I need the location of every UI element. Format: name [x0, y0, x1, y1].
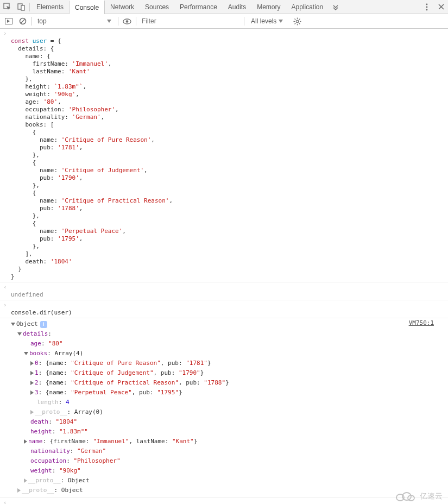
expand-toggle-icon[interactable] — [30, 381, 34, 385]
object-tree-row[interactable]: height: "1.83m"" — [11, 427, 447, 437]
object-value: "Critique of Pure Reason" — [71, 360, 161, 367]
expand-toggle-icon[interactable] — [30, 410, 34, 414]
code-string: 'Kant' — [68, 68, 90, 75]
obj-text: {firstName: — [50, 438, 93, 445]
tab-label: Audits — [228, 3, 246, 11]
info-icon[interactable]: i — [40, 321, 47, 328]
tab-elements[interactable]: Elements — [31, 0, 69, 14]
expand-toggle-icon[interactable] — [24, 478, 27, 483]
console-input-row[interactable]: ›console.dir(user) — [0, 300, 448, 318]
tab-network[interactable]: Network — [105, 0, 140, 14]
expand-toggle-icon[interactable] — [30, 371, 34, 375]
filter-input[interactable] — [138, 16, 242, 27]
expand-toggle-icon[interactable] — [11, 323, 15, 326]
code-text: name: { — [26, 53, 51, 60]
obj-text: , pub: — [154, 369, 179, 376]
context-selector[interactable]: top — [34, 16, 116, 27]
code-text: , — [101, 114, 105, 121]
console-input-row[interactable]: ›const user = { details: { name: { first… — [0, 29, 448, 282]
object-tree-row[interactable]: occupation: "Philosopher" — [11, 456, 447, 466]
object-key: __proto__ — [35, 408, 67, 415]
object-tree-row[interactable]: 2: {name: "Critique of Practical Reason"… — [11, 378, 447, 388]
code-text: , — [115, 106, 119, 113]
object-value: "Immanuel" — [93, 438, 129, 445]
code-text: { — [33, 220, 36, 227]
code-text: books: [ — [26, 121, 54, 128]
code-text: , — [108, 60, 112, 67]
close-devtools-icon[interactable] — [434, 0, 448, 14]
code-prop: lastName: — [33, 68, 65, 75]
code-string: '1804' — [51, 258, 72, 265]
code-string: '90kg' — [54, 91, 75, 98]
object-tree-row[interactable]: age: "80" — [11, 339, 447, 349]
tab-label: Application — [292, 3, 324, 11]
expand-toggle-icon[interactable] — [17, 488, 21, 493]
object-value: "Critique of Practical Reason" — [71, 379, 179, 386]
expand-toggle-icon[interactable] — [30, 390, 34, 395]
object-tree-row[interactable]: __proto__: Object — [11, 486, 447, 495]
svg-point-5 — [426, 9, 428, 10]
object-value: "1781" — [186, 360, 207, 367]
tab-label: Performance — [180, 3, 217, 11]
object-tree-row[interactable]: details: — [11, 329, 447, 339]
object-tree-row[interactable]: books: Array(4) — [11, 349, 447, 358]
object-tree-row[interactable]: 3: {name: "Perpetual Peace", pub: "1795"… — [11, 388, 447, 398]
svg-line-18 — [299, 18, 300, 20]
expand-toggle-icon[interactable] — [30, 361, 34, 366]
tab-sources[interactable]: Sources — [140, 0, 174, 14]
object-tree-row[interactable]: weight: "90kg" — [11, 466, 447, 476]
toggle-sidebar-icon[interactable] — [2, 15, 15, 28]
object-key: 3 — [35, 389, 39, 396]
object-tree-row[interactable]: __proto__: Object — [11, 476, 447, 486]
object-value: 4 — [66, 399, 70, 406]
code-prop: name: — [40, 167, 58, 174]
clear-console-icon[interactable] — [16, 15, 29, 28]
tab-label: Console — [75, 4, 99, 11]
log-levels-dropdown[interactable]: All levels — [247, 17, 288, 25]
expand-toggle-icon[interactable] — [24, 352, 28, 355]
obj-brace: } — [200, 369, 204, 376]
svg-rect-2 — [21, 5, 24, 10]
object-tree-row[interactable]: Objecti — [11, 319, 447, 329]
tab-memory[interactable]: Memory — [251, 0, 286, 14]
code-string: '80' — [43, 98, 58, 105]
code-string: 'Immanuel' — [72, 60, 108, 67]
obj-text: , pub: — [132, 389, 157, 396]
object-tree-row[interactable]: 1: {name: "Critique of Judgement", pub: … — [11, 368, 447, 378]
tab-label: Sources — [145, 3, 169, 11]
object-value: Object — [68, 477, 90, 484]
tab-audits[interactable]: Audits — [223, 0, 251, 14]
object-key: 2 — [35, 379, 39, 386]
tab-performance[interactable]: Performance — [174, 0, 223, 14]
object-tree-row[interactable]: 0: {name: "Critique of Pure Reason", pub… — [11, 358, 447, 368]
code-text: , — [169, 197, 173, 204]
object-key: death — [30, 418, 48, 425]
object-tree-row[interactable]: nationality: "German" — [11, 446, 447, 456]
inspect-element-icon[interactable] — [0, 0, 14, 14]
tab-application[interactable]: Application — [286, 0, 329, 14]
object-tree-row[interactable]: name: {firstName: "Immanuel", lastName: … — [11, 437, 447, 446]
device-toolbar-icon[interactable] — [14, 0, 28, 14]
live-expression-icon[interactable] — [121, 15, 134, 28]
tab-console[interactable]: Console — [69, 0, 105, 14]
code-text: { — [33, 159, 36, 166]
kebab-menu-icon[interactable] — [420, 0, 434, 14]
code-text: , — [144, 167, 148, 174]
code-text: , — [122, 228, 126, 235]
object-value: "80" — [48, 340, 63, 347]
code-text: , — [79, 205, 83, 212]
code-text: { — [33, 190, 36, 197]
more-tabs-icon[interactable] — [329, 0, 343, 14]
object-tree-row[interactable]: __proto__: Array(0) — [11, 407, 447, 417]
divider — [29, 3, 30, 11]
object-tree-row[interactable]: death: "1804" — [11, 417, 447, 427]
expand-toggle-icon[interactable] — [24, 439, 27, 444]
divider — [136, 17, 136, 26]
object-key: length — [37, 399, 59, 406]
code-string: '1788' — [58, 205, 79, 212]
code-variable: user — [33, 37, 47, 45]
expand-toggle-icon[interactable] — [17, 332, 22, 336]
svg-point-10 — [126, 20, 129, 23]
console-settings-icon[interactable] — [291, 15, 304, 28]
object-tree-row[interactable]: length: 4 — [11, 398, 447, 407]
